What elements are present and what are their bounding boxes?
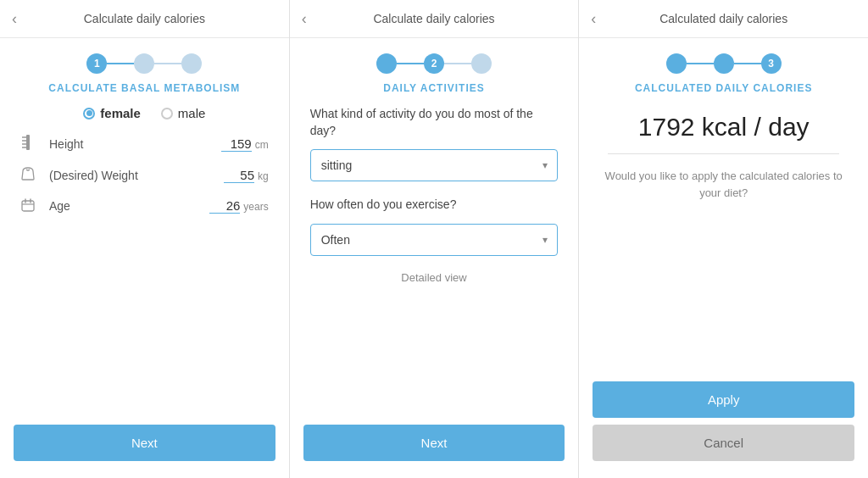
svg-rect-1 xyxy=(22,201,34,211)
age-field-row: Age 26 years xyxy=(20,197,269,215)
gender-female-label: female xyxy=(100,106,141,120)
weight-value-wrap: 55 kg xyxy=(224,168,269,183)
section-title-3: CALCULATED DAILY CALORIES xyxy=(635,82,812,94)
gender-male-option[interactable]: male xyxy=(161,106,206,120)
age-label: Age xyxy=(49,199,203,213)
next-button-1[interactable]: Next xyxy=(14,425,275,461)
back-button-1[interactable]: ‹ xyxy=(12,10,17,28)
gender-female-option[interactable]: female xyxy=(83,106,141,120)
height-value[interactable]: 159 xyxy=(221,136,252,152)
radio-female[interactable] xyxy=(83,108,95,119)
activity-dropdown[interactable]: sitting standing light work moderate wor… xyxy=(310,149,559,181)
kcal-sub: Would you like to apply the calculated c… xyxy=(579,168,868,201)
panel-3-body: 1792 kcal / day Would you like to apply … xyxy=(579,106,868,461)
exercise-dropdown-wrap: Rarely Sometimes Often Very often Daily … xyxy=(310,224,559,256)
detailed-view-label[interactable]: Detailed view xyxy=(310,271,559,284)
height-icon xyxy=(20,134,42,154)
panel-1: ‹ Calculate daily calories 1 CALCULATE B… xyxy=(0,0,290,478)
weight-icon xyxy=(20,166,42,185)
weight-unit: kg xyxy=(258,170,269,182)
activity-question: What kind of activity do you do most of … xyxy=(310,106,559,139)
step-line-3b xyxy=(734,63,761,64)
weight-field-row: (Desired) Weight 55 kg xyxy=(20,166,269,185)
step-3-circle xyxy=(181,53,202,74)
height-value-wrap: 159 cm xyxy=(221,136,269,152)
panel-2-body: What kind of activity do you do most of … xyxy=(290,106,579,461)
section-title-2: DAILY ACTIVITIES xyxy=(383,82,485,94)
stepper-1: 1 xyxy=(86,53,202,74)
back-button-3[interactable]: ‹ xyxy=(591,10,596,28)
age-value[interactable]: 26 xyxy=(209,198,240,214)
next-button-2[interactable]: Next xyxy=(303,425,565,461)
step-3-circle-p2 xyxy=(471,53,492,74)
cancel-button[interactable]: Cancel xyxy=(593,425,854,461)
step-line-1b xyxy=(154,63,181,64)
weight-label: (Desired) Weight xyxy=(49,169,217,182)
panel2-content: What kind of activity do you do most of … xyxy=(290,106,579,299)
age-unit: years xyxy=(243,201,268,213)
section-title-1: CALCULATE BASAL METABOLISM xyxy=(48,82,240,94)
panel-3-title: Calculated daily calories xyxy=(659,12,787,25)
step-1-circle-p2 xyxy=(376,53,397,74)
age-value-wrap: 26 years xyxy=(209,198,268,214)
step-1-circle: 1 xyxy=(86,53,107,74)
step-line-2a xyxy=(397,63,424,64)
fields-area: Height 159 cm (Desired) Weight xyxy=(0,134,289,227)
panel-1-title: Calculate daily calories xyxy=(84,12,205,25)
step-3-circle-p3: 3 xyxy=(761,53,782,74)
apply-button[interactable]: Apply xyxy=(593,381,854,418)
height-label: Height xyxy=(49,137,214,151)
age-icon xyxy=(20,197,42,215)
height-unit: cm xyxy=(255,139,269,151)
step-line-3a xyxy=(687,63,714,64)
panel-1-header: ‹ Calculate daily calories xyxy=(0,0,289,38)
step-line-2b xyxy=(444,63,471,64)
radio-male[interactable] xyxy=(161,108,173,119)
panel-2-title: Calculate daily calories xyxy=(373,12,494,25)
gender-row: female male xyxy=(83,106,205,120)
kcal-value: 1792 kcal / day xyxy=(638,113,810,142)
exercise-question: How often do you exercise? xyxy=(310,197,559,214)
panel-2-header: ‹ Calculate daily calories xyxy=(290,0,579,38)
stepper-3: 3 xyxy=(666,53,782,74)
svg-rect-0 xyxy=(26,135,30,150)
back-button-2[interactable]: ‹ xyxy=(302,10,307,28)
panel-2: ‹ Calculate daily calories 2 DAILY ACTIV… xyxy=(290,0,580,478)
stepper-2: 2 xyxy=(376,53,492,74)
exercise-dropdown[interactable]: Rarely Sometimes Often Very often Daily xyxy=(310,224,559,256)
panel-3: ‹ Calculated daily calories 3 CALCULATED… xyxy=(579,0,868,478)
weight-value[interactable]: 55 xyxy=(224,168,254,183)
step-2-circle-p3 xyxy=(714,53,734,74)
step-2-circle-p2: 2 xyxy=(424,53,444,74)
kcal-divider xyxy=(608,153,839,154)
activity-dropdown-wrap: sitting standing light work moderate wor… xyxy=(310,149,559,181)
height-field-row: Height 159 cm xyxy=(20,134,269,154)
step-1-circle-p3 xyxy=(666,53,687,74)
panel-1-body: female male xyxy=(0,106,289,461)
panel-3-header: ‹ Calculated daily calories xyxy=(579,0,868,38)
gender-male-label: male xyxy=(178,106,206,120)
step-2-circle xyxy=(134,53,154,74)
step-line-1a xyxy=(107,63,134,64)
